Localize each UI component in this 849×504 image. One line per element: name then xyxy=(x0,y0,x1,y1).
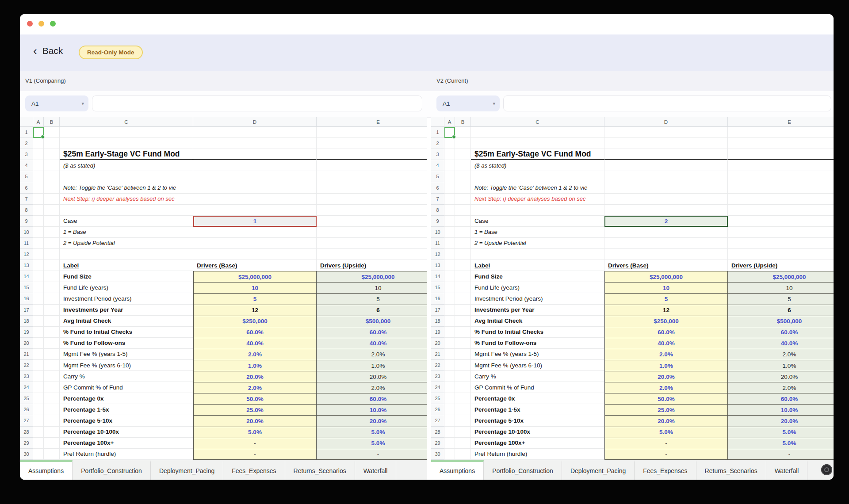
cell-B17[interactable] xyxy=(455,305,471,316)
row-header-27[interactable]: 27 xyxy=(20,415,33,426)
cell-E18[interactable]: $500,000 xyxy=(728,316,834,327)
cell-D12[interactable] xyxy=(604,249,728,260)
cell-D10[interactable] xyxy=(604,227,728,238)
cell-D27[interactable]: 20.0% xyxy=(604,415,728,426)
row-header-17[interactable]: 17 xyxy=(431,305,444,316)
row-header-4[interactable]: 4 xyxy=(431,160,444,171)
minimize-window-icon[interactable] xyxy=(38,21,44,27)
cell-E10[interactable] xyxy=(317,227,427,238)
cell-D15[interactable]: 10 xyxy=(193,282,317,293)
cell-C22[interactable]: Mgmt Fee % (years 6-10) xyxy=(60,360,193,371)
cell-C21[interactable]: Mgmt Fee % (years 1-5) xyxy=(471,349,604,360)
cell-E2[interactable] xyxy=(317,138,427,149)
row-header-30[interactable]: 30 xyxy=(431,449,444,460)
cell-E12[interactable] xyxy=(317,249,427,260)
cell-A30[interactable] xyxy=(444,449,455,460)
cell-C8[interactable] xyxy=(60,205,193,216)
cell-C4[interactable]: ($ as stated) xyxy=(471,160,604,171)
cell-C27[interactable]: Percentage 5-10x xyxy=(60,415,193,426)
cell-B23[interactable] xyxy=(455,371,471,382)
cell-A27[interactable] xyxy=(444,415,455,426)
cell-C1[interactable] xyxy=(60,127,193,138)
cell-D22[interactable]: 1.0% xyxy=(193,360,317,371)
cell-C15[interactable]: Fund Life (years) xyxy=(471,282,604,293)
cell-B27[interactable] xyxy=(455,415,471,426)
cell-A19[interactable] xyxy=(33,327,44,338)
cell-D11[interactable] xyxy=(193,238,317,249)
cell-D29[interactable]: - xyxy=(193,438,317,449)
row-header-24[interactable]: 24 xyxy=(431,382,444,393)
cell-E10[interactable] xyxy=(728,227,834,238)
cell-A23[interactable] xyxy=(444,371,455,382)
row-header-22[interactable]: 22 xyxy=(431,360,444,371)
cell-D4[interactable] xyxy=(604,160,728,171)
row-header-5[interactable]: 5 xyxy=(431,171,444,182)
cell-C22[interactable]: Mgmt Fee % (years 6-10) xyxy=(471,360,604,371)
cell-C25[interactable]: Percentage 0x xyxy=(471,393,604,404)
cell-C15[interactable]: Fund Life (years) xyxy=(60,282,193,293)
cell-B8[interactable] xyxy=(44,205,60,216)
cell-A25[interactable] xyxy=(444,393,455,404)
cell-C23[interactable]: Carry % xyxy=(471,371,604,382)
cell-C7[interactable]: Next Step: i) deeper analyses based on s… xyxy=(60,194,193,205)
row-header-19[interactable]: 19 xyxy=(20,327,33,338)
cell-C3[interactable]: $25m Early-Stage VC Fund Mod xyxy=(471,149,604,160)
cell-A3[interactable] xyxy=(444,149,455,160)
cell-D30[interactable]: - xyxy=(193,449,317,460)
cell-B16[interactable] xyxy=(455,293,471,304)
cell-D14[interactable]: $25,000,000 xyxy=(193,271,317,282)
cell-A10[interactable] xyxy=(33,227,44,238)
row-header-1[interactable]: 1 xyxy=(431,127,444,138)
cell-B19[interactable] xyxy=(455,327,471,338)
cell-E25[interactable]: 60.0% xyxy=(728,393,834,404)
row-header-20[interactable]: 20 xyxy=(20,338,33,349)
cell-E29[interactable]: 5.0% xyxy=(317,438,427,449)
cell-B6[interactable] xyxy=(44,182,60,193)
column-header-E[interactable]: E xyxy=(728,117,834,127)
row-header-2[interactable]: 2 xyxy=(431,138,444,149)
cell-E1[interactable] xyxy=(728,127,834,138)
row-header-3[interactable]: 3 xyxy=(431,149,444,160)
cell-B16[interactable] xyxy=(44,293,60,304)
row-header-29[interactable]: 29 xyxy=(431,438,444,449)
cell-B24[interactable] xyxy=(44,382,60,393)
cell-C5[interactable] xyxy=(60,171,193,182)
row-header-16[interactable]: 16 xyxy=(20,293,33,304)
cell-A16[interactable] xyxy=(33,293,44,304)
cell-E1[interactable] xyxy=(317,127,427,138)
cell-A26[interactable] xyxy=(444,404,455,415)
cell-A11[interactable] xyxy=(444,238,455,249)
cell-A6[interactable] xyxy=(444,182,455,193)
row-header-18[interactable]: 18 xyxy=(431,316,444,327)
cell-A22[interactable] xyxy=(444,360,455,371)
cell-B4[interactable] xyxy=(44,160,60,171)
cell-D18[interactable]: $250,000 xyxy=(604,316,728,327)
row-header-29[interactable]: 29 xyxy=(20,438,33,449)
cell-D8[interactable] xyxy=(604,205,728,216)
row-header-3[interactable]: 3 xyxy=(20,149,33,160)
cell-E21[interactable]: 2.0% xyxy=(728,349,834,360)
cell-A8[interactable] xyxy=(444,205,455,216)
row-header-15[interactable]: 15 xyxy=(20,282,33,293)
cell-A18[interactable] xyxy=(33,316,44,327)
cell-D25[interactable]: 50.0% xyxy=(193,393,317,404)
row-header-13[interactable]: 13 xyxy=(431,260,444,271)
formula-input-v1[interactable] xyxy=(92,95,422,111)
cell-E24[interactable]: 2.0% xyxy=(728,382,834,393)
cell-B5[interactable] xyxy=(455,171,471,182)
cell-B9[interactable] xyxy=(455,216,471,227)
tab-portfolio_construction[interactable]: Portfolio_Construction xyxy=(73,460,151,480)
cell-C19[interactable]: % Fund to Initial Checks xyxy=(60,327,193,338)
row-header-9[interactable]: 9 xyxy=(431,216,444,227)
cell-A3[interactable] xyxy=(33,149,44,160)
cell-B3[interactable] xyxy=(455,149,471,160)
cell-E9[interactable] xyxy=(317,216,427,227)
cell-B10[interactable] xyxy=(455,227,471,238)
cell-E6[interactable] xyxy=(728,182,834,193)
cell-A20[interactable] xyxy=(444,338,455,349)
cell-C21[interactable]: Mgmt Fee % (years 1-5) xyxy=(60,349,193,360)
cell-A6[interactable] xyxy=(33,182,44,193)
cell-D13[interactable]: Drivers (Base) xyxy=(193,260,317,271)
name-box-v1[interactable]: A1 ▾ xyxy=(25,95,88,111)
row-header-16[interactable]: 16 xyxy=(431,293,444,304)
